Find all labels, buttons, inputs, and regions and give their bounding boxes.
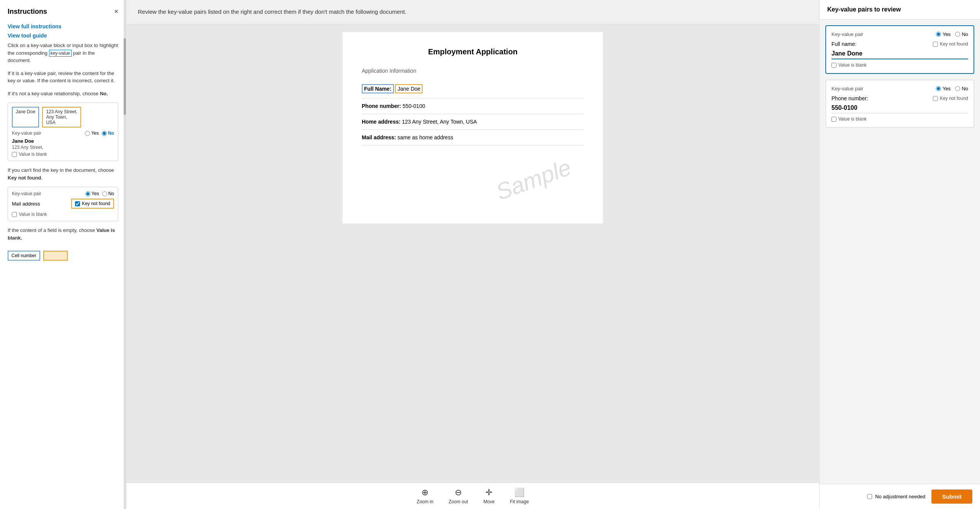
kv-card-1-blank-row: Value is blank [831, 62, 968, 68]
no-adjustment-label: No adjustment needed [875, 494, 925, 499]
kv-card-2-value-input[interactable] [831, 103, 968, 113]
document-area[interactable]: Employment Application Application Infor… [126, 24, 819, 483]
document-section: Application Information [362, 68, 584, 74]
submit-button[interactable]: Submit [931, 489, 972, 504]
example1-value-label: Jane Doe [12, 138, 114, 144]
example1-blank-row: Value is blank [12, 152, 114, 157]
right-panel-body: Key-value pair Yes No Full name: Key not… [820, 20, 980, 484]
example1-radio-group: Yes No [85, 131, 114, 136]
instructions-text-2: If it is a key-value pair, review the co… [8, 70, 118, 85]
move-icon: ✛ [485, 488, 492, 498]
fit-image-label: Fit image [510, 499, 529, 504]
doc-field-home-address: Home address: 123 Any Street, Any Town, … [362, 114, 584, 130]
kv-card-2-key-row: Phone number: Key not found [831, 95, 968, 101]
doc-field-phone: Phone number: 550-0100 [362, 98, 584, 114]
right-panel: Key-value pairs to review Key-value pair… [819, 0, 980, 509]
move-label: Move [483, 499, 495, 504]
cell-box: Cell number [8, 251, 40, 261]
kv-card-2-key-label: Phone number: [831, 95, 868, 101]
kv-card-2-blank-row: Value is blank [831, 116, 968, 122]
doc-field-full-name: Full Name: Jane Doe [362, 80, 584, 98]
instructions-text-4: If you can't find the key in the documen… [8, 166, 118, 181]
right-panel-footer: No adjustment needed Submit [820, 484, 980, 509]
doc-key-full-name[interactable]: Full Name: [362, 84, 394, 93]
doc-val-full-name[interactable]: Jane Doe [395, 84, 423, 93]
kv-card-1-key-row: Full name: Key not found [831, 41, 968, 47]
kv-card-1[interactable]: Key-value pair Yes No Full name: Key not… [825, 25, 974, 74]
example-name-box: Jane Doe [12, 107, 39, 127]
example-address-box: 123 Any Street, Any Town, USA [42, 107, 81, 127]
example2-key-not-found-box: Key not found [71, 199, 114, 209]
orange-empty-box [43, 251, 68, 261]
close-button[interactable]: × [114, 8, 118, 16]
example-box-2: Key-value pair Yes No Mail address Key n… [8, 187, 118, 221]
doc-field-mail-address: Mail address: same as home address [362, 130, 584, 145]
example1-value-sub: 123 Any Street, [12, 145, 114, 150]
instructions-header: Instructions × [8, 8, 118, 16]
zoom-in-icon: ⊕ [421, 488, 428, 498]
cell-example: Cell number [8, 251, 118, 261]
example2-key-label: Mail address [12, 201, 40, 207]
example-box-1: Jane Doe 123 Any Street, Any Town, USA K… [8, 103, 118, 161]
zoom-out-icon: ⊖ [455, 488, 462, 498]
example2-blank-row: Value is blank [12, 212, 114, 217]
instructions-text-1: Click on a key-value block or input box … [8, 42, 118, 64]
right-panel-title: Key-value pairs to review [827, 6, 901, 13]
view-full-instructions-link[interactable]: View full instructions [8, 23, 118, 29]
kv-card-1-value-input[interactable] [831, 49, 968, 59]
middle-panel: Review the key-value pairs listed on the… [126, 0, 819, 509]
sample-watermark: Sample [492, 154, 575, 205]
kv-card-1-label: Key-value pair [831, 31, 863, 37]
no-adjustment-row: No adjustment needed [867, 494, 925, 499]
kv-card-1-key-label: Full name: [831, 41, 856, 47]
right-panel-header: Key-value pairs to review [820, 0, 980, 20]
instructions-text-3: If it's not a key-value relationship, ch… [8, 90, 118, 98]
zoom-out-label: Zoom out [449, 499, 468, 504]
example2-kv-label: Key-value pair [12, 191, 41, 196]
no-adjustment-checkbox[interactable] [867, 494, 872, 499]
view-tool-guide-link[interactable]: View tool guide [8, 33, 118, 39]
instructions-text-5: If the content of a field is empty, choo… [8, 227, 118, 241]
fit-image-button[interactable]: ⬜ Fit image [510, 488, 529, 504]
example1-kv-label: Key-value pair [12, 131, 41, 136]
kv-card-2-key-not-found: Key not found [933, 96, 968, 101]
instructions-title: Instructions [8, 8, 47, 16]
kv-card-1-key-not-found: Key not found [933, 41, 968, 47]
kv-card-2[interactable]: Key-value pair Yes No Phone number: Key … [825, 80, 974, 128]
toolbar: ⊕ Zoom in ⊖ Zoom out ✛ Move ⬜ Fit image [126, 483, 819, 509]
zoom-in-button[interactable]: ⊕ Zoom in [417, 488, 433, 504]
kv-card-2-label: Key-value pair [831, 86, 863, 91]
fit-image-icon: ⬜ [514, 488, 524, 498]
document-paper: Employment Application Application Infor… [343, 32, 603, 224]
instructions-panel: Instructions × View full instructions Vi… [0, 0, 126, 509]
move-button[interactable]: ✛ Move [483, 488, 495, 504]
zoom-in-label: Zoom in [417, 499, 433, 504]
zoom-out-button[interactable]: ⊖ Zoom out [449, 488, 468, 504]
kv-card-1-yes-no: Yes No [936, 31, 968, 37]
kv-card-2-yes-no: Yes No [936, 86, 968, 91]
document-title: Employment Application [362, 47, 584, 56]
instructions-bar: Review the key-value pairs listed on the… [126, 0, 819, 24]
example2-radio-group: Yes No [85, 191, 114, 196]
